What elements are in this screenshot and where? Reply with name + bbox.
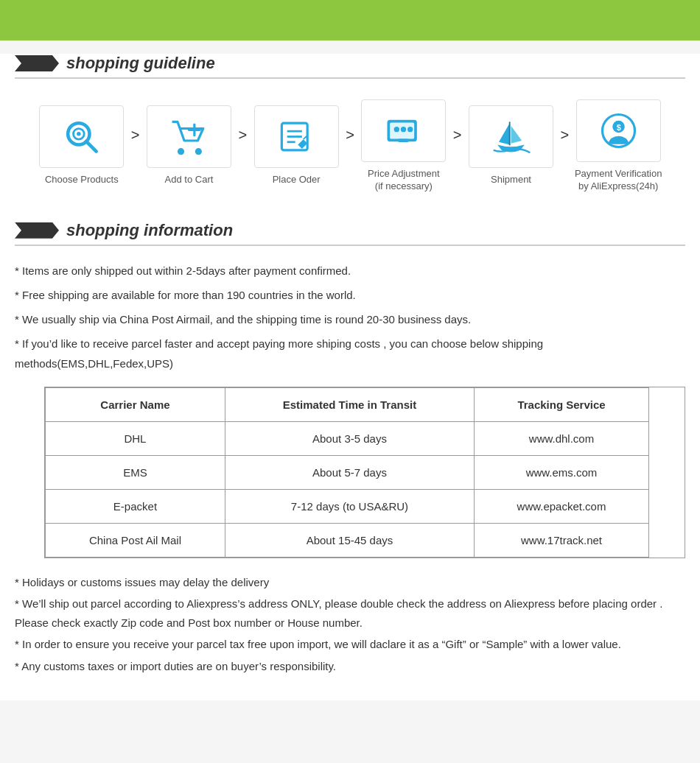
svg-point-14 [394,127,399,132]
cell-transit-2: 7-12 days (to USA&RU) [225,489,474,523]
table-row: DHLAbout 3-5 dayswww.dhl.com [46,421,649,455]
arrow-1: > [131,127,140,166]
step-label-choose-products: Choose Products [45,174,119,186]
guideline-header-icon [15,55,59,71]
cell-transit-3: About 15-45 days [225,523,474,557]
step-add-to-cart: Add to Cart [141,105,237,186]
shipping-table: Carrier Name Estimated Time in Transit T… [45,387,649,558]
svg-line-1 [86,141,97,152]
step-label-add-to-cart: Add to Cart [165,174,214,186]
step-price-adjustment: Price Adjustment(if necessary) [356,99,452,193]
cell-transit-0: About 3-5 days [225,421,474,455]
table-row: E-packet7-12 days (to USA&RU)www.epacket… [46,489,649,523]
step-icon-payment-verification: $ [576,99,661,162]
table-row: EMSAbout 5-7 dayswww.ems.com [46,455,649,489]
cell-carrier-1: EMS [46,455,225,489]
info-title: shopping information [66,221,233,240]
info-lines: * Items are only shipped out within 2-5d… [15,261,685,373]
shipping-table-container: Carrier Name Estimated Time in Transit T… [44,387,685,558]
top-banner [0,0,700,41]
info-line-1: * Items are only shipped out within 2-5d… [15,261,685,281]
note-1: * Holidays or customs issues may delay t… [15,573,685,592]
step-shipment: Shipment [463,105,559,186]
step-label-payment-verification: Payment Verification by AliExpress(24h) [570,168,666,193]
note-4: * Any customs taxes or import duties are… [15,657,685,676]
info-line-4: * If you’d like to receive parcel faster… [15,334,685,373]
svg-point-16 [407,127,413,132]
cell-carrier-0: DHL [46,421,225,455]
steps-container: Choose Products > Add to Cart > [15,92,685,208]
info-line-2: * Free shipping are available for more t… [15,285,685,305]
table-header-row: Carrier Name Estimated Time in Transit T… [46,387,649,421]
step-icon-price-adjustment [361,99,446,162]
step-icon-add-to-cart [147,105,231,168]
info-section-header: shopping information [15,221,685,246]
notes-section: * Holidays or customs issues may delay t… [15,573,685,676]
col-header-carrier: Carrier Name [46,387,225,421]
guideline-section-header: shopping guideline [15,54,685,79]
step-label-place-order: Place Oder [273,174,321,186]
table-row: China Post Ail MailAbout 15-45 dayswww.1… [46,523,649,557]
svg-point-3 [77,133,81,137]
step-payment-verification: $ Payment Verification by AliExpress(24h… [570,99,666,193]
cell-transit-1: About 5-7 days [225,455,474,489]
arrow-4: > [453,127,462,166]
svg-point-5 [195,149,202,155]
info-line-3: * We usually ship via China Post Airmail… [15,309,685,329]
step-place-order: Place Oder [248,105,344,186]
arrow-3: > [346,127,354,166]
col-header-tracking: Tracking Service [475,387,649,421]
svg-rect-17 [399,139,410,143]
info-header-icon [15,222,59,239]
cell-tracking-0: www.dhl.com [475,421,649,455]
cell-tracking-3: www.17track.net [475,523,649,557]
cell-tracking-2: www.epacket.com [475,489,649,523]
step-icon-place-order [254,105,339,168]
arrow-5: > [561,127,570,166]
guideline-title: shopping guideline [66,54,215,73]
svg-text:$: $ [616,123,620,132]
step-label-price-adjustment: Price Adjustment(if necessary) [368,168,440,193]
step-icon-choose-products [39,105,124,168]
cell-carrier-2: E-packet [46,489,225,523]
note-3: * In order to ensure you receive your pa… [15,635,685,654]
step-icon-shipment [469,105,553,168]
svg-point-4 [178,149,184,155]
note-2: * We’ll ship out parcel according to Ali… [15,594,685,632]
cell-tracking-1: www.ems.com [475,455,649,489]
col-header-transit: Estimated Time in Transit [225,387,474,421]
svg-point-15 [401,127,406,132]
step-choose-products: Choose Products [34,105,130,186]
arrow-2: > [238,127,247,166]
cell-carrier-3: China Post Ail Mail [46,523,225,557]
step-label-shipment: Shipment [491,174,531,186]
